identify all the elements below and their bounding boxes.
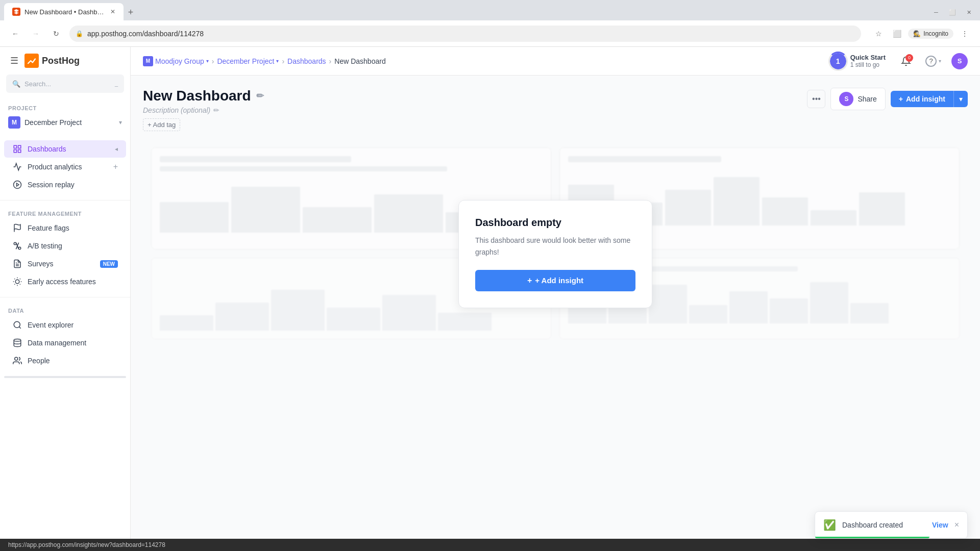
sidebar: ☰ PostHog 🔍 Search... _ PROJECT M xyxy=(0,47,131,539)
search-shortcut: _ xyxy=(115,81,118,87)
posthog-logo: PostHog xyxy=(24,54,80,68)
data-management-icon xyxy=(12,338,22,348)
page-description[interactable]: Description (optional) ✏ xyxy=(143,106,807,114)
page-title: New Dashboard ✏ xyxy=(143,88,807,104)
svg-rect-3 xyxy=(14,150,16,153)
empty-state-description: This dashboard sure would look better wi… xyxy=(475,235,635,258)
svg-line-21 xyxy=(14,284,15,285)
empty-state-add-insight-btn[interactable]: + + Add insight xyxy=(475,270,635,291)
edit-title-icon[interactable]: ✏ xyxy=(256,90,264,102)
sidebar-item-early-access[interactable]: Early access features xyxy=(4,273,126,290)
status-url: https://app.posthog.com/insights/new?das… xyxy=(8,541,165,548)
hamburger-btn[interactable]: ☰ xyxy=(8,53,20,68)
svg-point-5 xyxy=(14,181,21,189)
add-tag-btn[interactable]: + Add tag xyxy=(143,118,180,131)
sidebar-search[interactable]: 🔍 Search... _ xyxy=(6,74,124,93)
sidebar-item-session-replay[interactable]: Session replay xyxy=(4,176,126,193)
address-bar[interactable]: 🔒 app.posthog.com/dashboard/114278 xyxy=(69,26,861,42)
toast-notification: ✅ Dashboard created View × xyxy=(815,511,968,539)
back-btn[interactable]: ← xyxy=(8,27,22,41)
event-explorer-label: Event explorer xyxy=(28,321,118,329)
add-insight-dropdown-btn[interactable]: ▾ xyxy=(953,91,968,107)
add-insight-plus-icon: + xyxy=(899,95,903,103)
sidebar-item-dashboards[interactable]: Dashboards ◂ xyxy=(4,140,126,158)
bookmark-btn[interactable]: ☆ xyxy=(871,27,886,41)
toast-progress-bar xyxy=(815,537,929,538)
user-avatar-btn[interactable]: S xyxy=(951,53,968,69)
breadcrumb-current: New Dashboard xyxy=(334,57,385,65)
empty-state-title: Dashboard empty xyxy=(475,217,635,229)
product-analytics-plus-icon[interactable]: + xyxy=(113,162,118,171)
breadcrumb-group[interactable]: M Moodjoy Group ▾ xyxy=(143,56,209,66)
project-chevron-icon: ▾ xyxy=(276,58,279,64)
toast-view-btn[interactable]: View xyxy=(932,521,948,529)
main-content: M Moodjoy Group ▾ › December Project ▾ ›… xyxy=(131,47,980,539)
share-btn[interactable]: S Share xyxy=(830,88,885,110)
tab-close-btn[interactable]: ✕ xyxy=(110,8,115,15)
feature-flags-label: Feature flags xyxy=(28,224,118,232)
data-management-label: Data management xyxy=(28,339,118,347)
maximize-btn[interactable]: ⬜ xyxy=(945,5,960,19)
url-text: app.posthog.com/dashboard/114278 xyxy=(87,30,204,38)
minimize-btn[interactable]: ─ xyxy=(929,5,943,19)
page-title-area: New Dashboard ✏ Description (optional) ✏… xyxy=(143,88,807,131)
page-header: New Dashboard ✏ Description (optional) ✏… xyxy=(143,88,968,131)
surveys-label: Surveys xyxy=(28,260,95,268)
event-explorer-icon xyxy=(12,320,22,330)
svg-rect-2 xyxy=(18,145,21,148)
new-tab-btn[interactable]: + xyxy=(124,5,138,19)
svg-point-25 xyxy=(14,339,21,342)
extensions-btn[interactable]: ⬜ xyxy=(890,27,904,41)
sidebar-item-surveys[interactable]: Surveys NEW xyxy=(4,255,126,272)
people-icon xyxy=(12,356,22,366)
search-icon: 🔍 xyxy=(12,80,20,88)
project-item[interactable]: M December Project ▾ xyxy=(0,113,130,132)
posthog-logo-text: PostHog xyxy=(42,56,80,66)
sidebar-item-product-analytics[interactable]: Product analytics + xyxy=(4,158,126,176)
top-right-actions: 1 Quick Start 1 still to go 0 ? xyxy=(825,50,968,72)
group-avatar: M xyxy=(143,56,153,66)
svg-marker-6 xyxy=(17,183,19,186)
page-actions: ••• S Share + Add insight ▾ xyxy=(807,88,968,110)
sidebar-item-ab-testing[interactable]: A/B testing xyxy=(4,237,126,255)
surveys-icon xyxy=(12,259,22,269)
group-chevron-icon: ▾ xyxy=(206,58,209,64)
forward-btn[interactable]: → xyxy=(29,27,43,41)
quick-start-btn[interactable]: 1 Quick Start 1 still to go xyxy=(825,50,891,72)
svg-rect-1 xyxy=(14,145,16,148)
add-insight-group: + Add insight ▾ xyxy=(891,91,968,107)
more-options-btn[interactable]: ••• xyxy=(807,90,825,108)
data-section-label: DATA xyxy=(0,304,130,316)
toast-close-btn[interactable]: × xyxy=(954,520,959,530)
status-bar: https://app.posthog.com/insights/new?das… xyxy=(0,539,980,551)
product-analytics-icon xyxy=(12,162,22,172)
feature-management-section: FEATURE MANAGEMENT Feature flags A/B tes… xyxy=(0,203,130,295)
browser-tab[interactable]: New Dashboard • Dashboards ✕ xyxy=(4,3,124,20)
reload-btn[interactable]: ↻ xyxy=(49,27,63,41)
close-btn[interactable]: ✕ xyxy=(962,5,976,19)
empty-state-overlay: Dashboard empty This dashboard sure woul… xyxy=(143,139,968,369)
breadcrumb-section[interactable]: Dashboards xyxy=(287,57,326,65)
people-label: People xyxy=(28,357,118,365)
surveys-new-badge: NEW xyxy=(100,260,118,268)
sidebar-item-feature-flags[interactable]: Feature flags xyxy=(4,219,126,237)
chrome-menu-btn[interactable]: ⋮ xyxy=(958,27,972,41)
edit-description-icon: ✏ xyxy=(213,106,219,114)
breadcrumb-project[interactable]: December Project ▾ xyxy=(217,57,279,65)
add-insight-btn[interactable]: + Add insight xyxy=(891,91,953,107)
notif-badge: 0 xyxy=(905,54,913,62)
svg-rect-0 xyxy=(24,54,39,68)
svg-line-22 xyxy=(20,279,20,279)
svg-line-24 xyxy=(19,327,20,328)
lock-icon: 🔒 xyxy=(76,30,83,37)
notifications-btn[interactable]: 0 xyxy=(897,52,915,70)
session-replay-icon xyxy=(12,180,22,190)
sidebar-item-event-explorer[interactable]: Event explorer xyxy=(4,316,126,334)
sidebar-item-data-management[interactable]: Data management xyxy=(4,334,126,352)
data-section: DATA Event explorer Data management xyxy=(0,299,130,374)
breadcrumb-sep-2: › xyxy=(282,57,284,65)
ab-testing-label: A/B testing xyxy=(28,242,118,250)
sidebar-item-people[interactable]: People xyxy=(4,352,126,369)
help-btn[interactable]: ? ▾ xyxy=(921,53,945,70)
product-analytics-label: Product analytics xyxy=(28,163,108,171)
